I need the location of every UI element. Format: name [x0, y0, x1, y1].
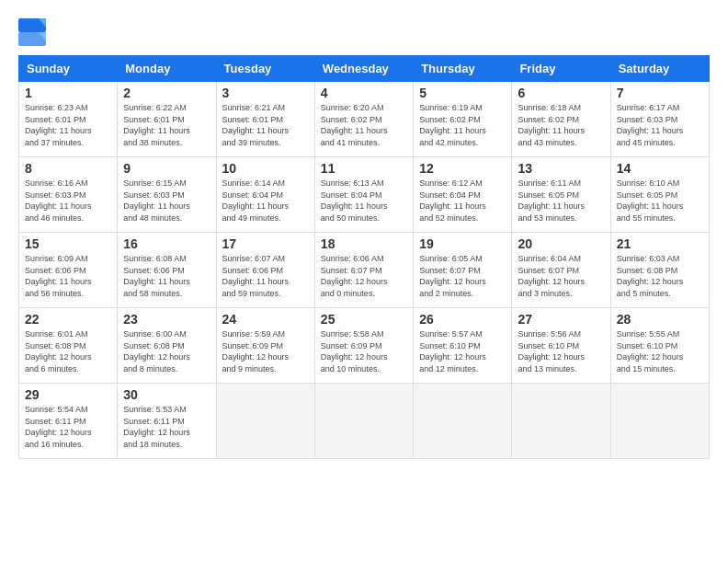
calendar-cell: 11Sunrise: 6:13 AM Sunset: 6:04 PM Dayli… [314, 157, 413, 233]
day-number: 18 [321, 236, 407, 251]
calendar-week-row: 29Sunrise: 5:54 AM Sunset: 6:11 PM Dayli… [19, 384, 710, 459]
calendar-week-row: 8Sunrise: 6:16 AM Sunset: 6:03 PM Daylig… [19, 157, 710, 233]
day-info: Sunrise: 5:55 AM Sunset: 6:10 PM Dayligh… [617, 328, 703, 374]
day-info: Sunrise: 6:19 AM Sunset: 6:02 PM Dayligh… [419, 102, 506, 148]
header [18, 18, 710, 46]
day-info: Sunrise: 6:18 AM Sunset: 6:02 PM Dayligh… [518, 102, 604, 148]
day-number: 23 [123, 312, 210, 327]
calendar-cell: 27Sunrise: 5:56 AM Sunset: 6:10 PM Dayli… [512, 308, 610, 384]
day-info: Sunrise: 6:10 AM Sunset: 6:05 PM Dayligh… [617, 178, 703, 224]
day-info: Sunrise: 6:22 AM Sunset: 6:01 PM Dayligh… [123, 102, 210, 148]
calendar: Sunday Monday Tuesday Wednesday Thursday… [18, 55, 710, 459]
day-info: Sunrise: 5:59 AM Sunset: 6:09 PM Dayligh… [222, 328, 309, 374]
calendar-cell: 23Sunrise: 6:00 AM Sunset: 6:08 PM Dayli… [118, 308, 216, 384]
day-number: 24 [222, 312, 309, 327]
day-number: 7 [617, 86, 703, 100]
calendar-cell: 10Sunrise: 6:14 AM Sunset: 6:04 PM Dayli… [216, 157, 314, 233]
calendar-cell [216, 384, 314, 459]
day-number: 21 [617, 236, 703, 251]
day-info: Sunrise: 6:08 AM Sunset: 6:06 PM Dayligh… [123, 253, 210, 299]
calendar-cell: 28Sunrise: 5:55 AM Sunset: 6:10 PM Dayli… [610, 308, 709, 384]
calendar-cell: 19Sunrise: 6:05 AM Sunset: 6:07 PM Dayli… [414, 233, 512, 308]
day-info: Sunrise: 5:56 AM Sunset: 6:10 PM Dayligh… [518, 328, 604, 374]
day-info: Sunrise: 6:20 AM Sunset: 6:02 PM Dayligh… [321, 102, 407, 148]
logo [18, 18, 48, 46]
calendar-cell [414, 384, 512, 459]
day-info: Sunrise: 6:06 AM Sunset: 6:07 PM Dayligh… [321, 253, 407, 299]
calendar-cell: 16Sunrise: 6:08 AM Sunset: 6:06 PM Dayli… [118, 233, 216, 308]
col-wednesday: Wednesday [314, 56, 413, 82]
day-info: Sunrise: 6:17 AM Sunset: 6:03 PM Dayligh… [617, 102, 703, 148]
calendar-cell: 17Sunrise: 6:07 AM Sunset: 6:06 PM Dayli… [216, 233, 314, 308]
day-number: 14 [617, 161, 703, 176]
calendar-cell: 18Sunrise: 6:06 AM Sunset: 6:07 PM Dayli… [314, 233, 413, 308]
calendar-cell: 9Sunrise: 6:15 AM Sunset: 6:03 PM Daylig… [118, 157, 216, 233]
col-friday: Friday [512, 56, 610, 82]
col-tuesday: Tuesday [216, 56, 314, 82]
logo-icon [18, 18, 46, 46]
day-number: 22 [25, 312, 111, 327]
day-info: Sunrise: 6:14 AM Sunset: 6:04 PM Dayligh… [222, 178, 309, 224]
day-number: 8 [25, 161, 111, 176]
calendar-cell: 5Sunrise: 6:19 AM Sunset: 6:02 PM Daylig… [414, 82, 512, 157]
day-info: Sunrise: 5:53 AM Sunset: 6:11 PM Dayligh… [123, 404, 210, 450]
page: Sunday Monday Tuesday Wednesday Thursday… [0, 0, 728, 563]
calendar-cell: 3Sunrise: 6:21 AM Sunset: 6:01 PM Daylig… [216, 82, 314, 157]
day-number: 28 [617, 312, 703, 327]
day-number: 15 [25, 236, 111, 251]
day-number: 19 [419, 236, 506, 251]
day-info: Sunrise: 6:23 AM Sunset: 6:01 PM Dayligh… [25, 102, 111, 148]
calendar-cell: 2Sunrise: 6:22 AM Sunset: 6:01 PM Daylig… [118, 82, 216, 157]
day-info: Sunrise: 6:07 AM Sunset: 6:06 PM Dayligh… [222, 253, 309, 299]
calendar-cell: 25Sunrise: 5:58 AM Sunset: 6:09 PM Dayli… [314, 308, 413, 384]
day-number: 25 [321, 312, 407, 327]
day-number: 10 [222, 161, 309, 176]
day-info: Sunrise: 6:03 AM Sunset: 6:08 PM Dayligh… [617, 253, 703, 299]
day-info: Sunrise: 6:12 AM Sunset: 6:04 PM Dayligh… [419, 178, 506, 224]
day-number: 17 [222, 236, 309, 251]
calendar-cell: 24Sunrise: 5:59 AM Sunset: 6:09 PM Dayli… [216, 308, 314, 384]
day-info: Sunrise: 6:09 AM Sunset: 6:06 PM Dayligh… [25, 253, 111, 299]
day-number: 4 [321, 86, 407, 100]
calendar-cell: 26Sunrise: 5:57 AM Sunset: 6:10 PM Dayli… [414, 308, 512, 384]
day-number: 9 [123, 161, 210, 176]
day-info: Sunrise: 5:57 AM Sunset: 6:10 PM Dayligh… [419, 328, 506, 374]
day-info: Sunrise: 6:16 AM Sunset: 6:03 PM Dayligh… [25, 178, 111, 224]
day-info: Sunrise: 5:54 AM Sunset: 6:11 PM Dayligh… [25, 404, 111, 450]
day-number: 2 [123, 86, 210, 100]
day-number: 3 [222, 86, 309, 100]
day-info: Sunrise: 6:04 AM Sunset: 6:07 PM Dayligh… [518, 253, 604, 299]
calendar-cell: 21Sunrise: 6:03 AM Sunset: 6:08 PM Dayli… [610, 233, 709, 308]
calendar-cell: 6Sunrise: 6:18 AM Sunset: 6:02 PM Daylig… [512, 82, 610, 157]
calendar-cell: 7Sunrise: 6:17 AM Sunset: 6:03 PM Daylig… [610, 82, 709, 157]
calendar-cell: 14Sunrise: 6:10 AM Sunset: 6:05 PM Dayli… [610, 157, 709, 233]
day-number: 5 [419, 86, 506, 100]
calendar-cell: 15Sunrise: 6:09 AM Sunset: 6:06 PM Dayli… [19, 233, 118, 308]
day-number: 26 [419, 312, 506, 327]
day-number: 20 [518, 236, 604, 251]
col-saturday: Saturday [610, 56, 709, 82]
calendar-week-row: 1Sunrise: 6:23 AM Sunset: 6:01 PM Daylig… [19, 82, 710, 157]
calendar-week-row: 22Sunrise: 6:01 AM Sunset: 6:08 PM Dayli… [19, 308, 710, 384]
day-number: 16 [123, 236, 210, 251]
col-monday: Monday [118, 56, 216, 82]
calendar-week-row: 15Sunrise: 6:09 AM Sunset: 6:06 PM Dayli… [19, 233, 710, 308]
calendar-cell: 4Sunrise: 6:20 AM Sunset: 6:02 PM Daylig… [314, 82, 413, 157]
day-info: Sunrise: 6:01 AM Sunset: 6:08 PM Dayligh… [25, 328, 111, 374]
calendar-cell: 30Sunrise: 5:53 AM Sunset: 6:11 PM Dayli… [118, 384, 216, 459]
day-number: 6 [518, 86, 604, 100]
day-number: 13 [518, 161, 604, 176]
day-number: 30 [123, 387, 210, 402]
day-number: 1 [25, 86, 111, 100]
col-thursday: Thursday [414, 56, 512, 82]
day-info: Sunrise: 6:15 AM Sunset: 6:03 PM Dayligh… [123, 178, 210, 224]
day-info: Sunrise: 5:58 AM Sunset: 6:09 PM Dayligh… [321, 328, 407, 374]
calendar-header-row: Sunday Monday Tuesday Wednesday Thursday… [19, 56, 710, 82]
calendar-cell: 13Sunrise: 6:11 AM Sunset: 6:05 PM Dayli… [512, 157, 610, 233]
calendar-cell: 8Sunrise: 6:16 AM Sunset: 6:03 PM Daylig… [19, 157, 118, 233]
day-info: Sunrise: 6:00 AM Sunset: 6:08 PM Dayligh… [123, 328, 210, 374]
day-number: 12 [419, 161, 506, 176]
day-number: 11 [321, 161, 407, 176]
day-info: Sunrise: 6:21 AM Sunset: 6:01 PM Dayligh… [222, 102, 309, 148]
day-number: 27 [518, 312, 604, 327]
